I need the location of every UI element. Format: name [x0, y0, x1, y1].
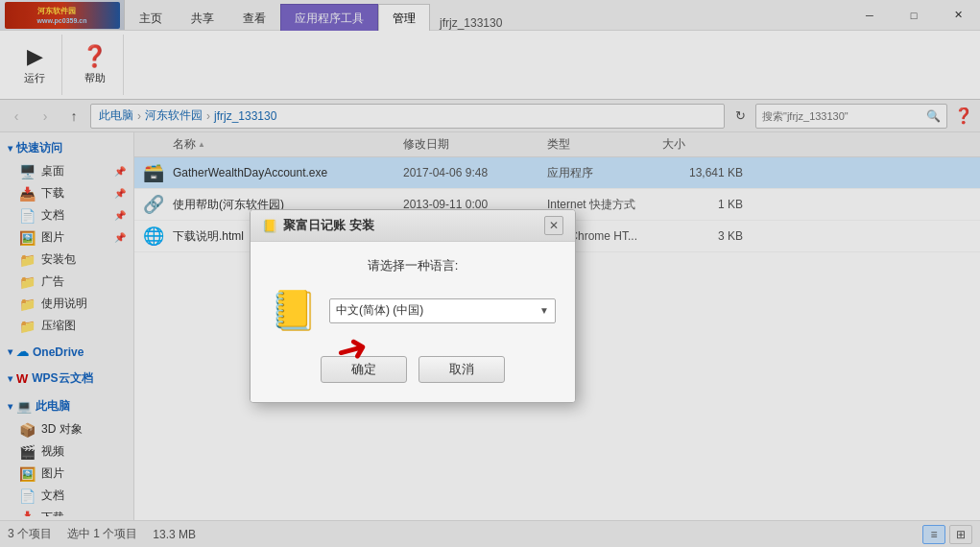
dialog-title-bar: 📒 聚富日记账 安装 ✕ — [251, 210, 575, 242]
confirm-button[interactable]: 确定 — [321, 356, 407, 383]
dialog-title-icon: 📒 — [262, 219, 277, 233]
language-select[interactable]: 中文(简体) (中国) ▼ — [329, 298, 556, 323]
dialog-close-button[interactable]: ✕ — [544, 216, 563, 235]
dialog-title-text: 聚富日记账 安装 — [283, 217, 374, 234]
dialog-content-row: 📒 中文(简体) (中国) ▼ — [270, 288, 556, 333]
select-arrow-icon: ▼ — [539, 305, 549, 316]
dialog-buttons: 确定 取消 — [270, 348, 556, 387]
dialog-title: 📒 聚富日记账 安装 — [262, 217, 374, 234]
dialog-book-icon: 📒 — [270, 288, 318, 333]
dialog-overlay: 📒 聚富日记账 安装 ✕ 请选择一种语言: 📒 中文(简体) (中国) ▼ 确定… — [0, 0, 980, 547]
dialog-prompt: 请选择一种语言: — [270, 257, 556, 274]
dialog-body: 请选择一种语言: 📒 中文(简体) (中国) ▼ 确定 取消 — [251, 242, 575, 402]
cancel-button[interactable]: 取消 — [418, 356, 505, 383]
language-value: 中文(简体) (中国) — [336, 302, 423, 319]
install-dialog: 📒 聚富日记账 安装 ✕ 请选择一种语言: 📒 中文(简体) (中国) ▼ 确定… — [250, 209, 576, 403]
